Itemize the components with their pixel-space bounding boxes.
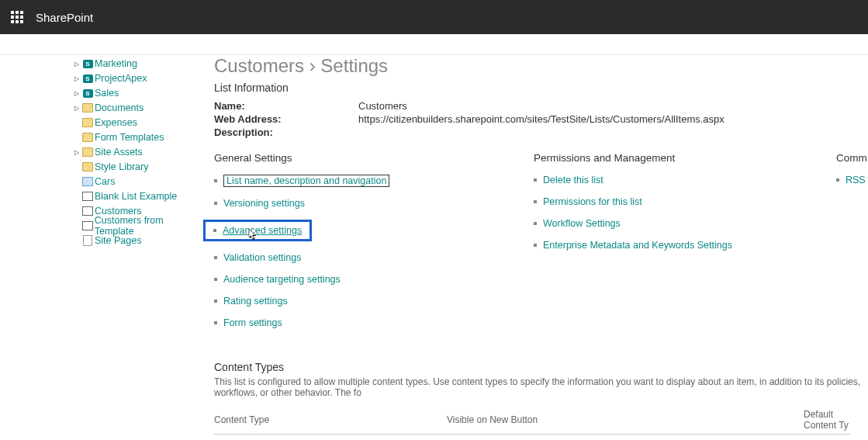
sidebar-item-expenses[interactable]: Expenses	[95, 117, 137, 128]
content-types-desc: This list is configured to allow multipl…	[214, 376, 868, 398]
name-label: Name:	[214, 100, 358, 112]
svg-rect-7	[16, 20, 19, 23]
suite-bar: SharePoint	[0, 0, 868, 34]
link-advanced-settings[interactable]: Advanced settings	[223, 225, 302, 236]
svg-rect-3	[11, 16, 14, 19]
sidebar-item-site-pages[interactable]: Site Pages	[95, 235, 141, 246]
ct-col-default: Default Content Ty	[804, 406, 850, 435]
check-icon: ✓	[447, 435, 804, 441]
sidebar-item-documents[interactable]: Documents	[95, 102, 144, 113]
sidebar-item-customers-template[interactable]: Customers from Template	[95, 215, 202, 237]
web-address-value: https://citizenbuilders.sharepoint.com/s…	[358, 113, 724, 125]
link-rss[interactable]: RSS	[846, 175, 866, 185]
sidebar-item-sales[interactable]: Sales	[95, 88, 119, 99]
web-address-label: Web Address:	[214, 113, 358, 125]
cursor-icon	[246, 229, 258, 243]
app-launcher-icon[interactable]	[0, 0, 34, 34]
content-types-heading: Content Types	[214, 361, 868, 373]
sidebar-item-marketing[interactable]: Marketing	[95, 58, 137, 69]
check-icon: ✓	[804, 435, 850, 441]
permissions-heading: Permissions and Management	[534, 152, 836, 164]
link-validation-settings[interactable]: Validation settings	[223, 252, 302, 263]
sidebar-item-blank-list[interactable]: Blank List Example	[95, 191, 177, 202]
link-rating-settings[interactable]: Rating settings	[223, 296, 288, 307]
sidebar-item-style-library[interactable]: Style Library	[95, 161, 148, 172]
link-versioning-settings[interactable]: Versioning settings	[223, 198, 305, 209]
page-title: Customers › Settings	[214, 55, 868, 77]
general-settings-heading: General Settings	[214, 152, 534, 164]
main-content: Customers › Settings List Information Na…	[202, 55, 868, 440]
sidebar-item-cars[interactable]: Cars	[95, 176, 115, 187]
sidebar-item-projectapex[interactable]: ProjectApex	[95, 73, 147, 84]
brand-label[interactable]: SharePoint	[36, 11, 93, 24]
sidebar-item-site-assets[interactable]: Site Assets	[95, 147, 143, 158]
content-types-table: Content Type Visible on New Button Defau…	[214, 406, 850, 440]
svg-rect-2	[20, 11, 23, 14]
svg-rect-0	[11, 11, 14, 14]
link-form-settings[interactable]: Form settings	[223, 317, 282, 328]
svg-rect-5	[20, 16, 23, 19]
link-list-name-desc-nav[interactable]: List name, description and navigation	[223, 175, 389, 187]
svg-rect-4	[16, 16, 19, 19]
link-audience-targeting[interactable]: Audience targeting settings	[223, 274, 341, 285]
ribbon-placeholder	[0, 34, 868, 55]
link-permissions-list[interactable]: Permissions for this list	[543, 196, 642, 207]
description-label: Description:	[214, 126, 358, 138]
link-delete-list[interactable]: Delete this list	[543, 175, 603, 185]
table-row: Item ✓ ✓	[214, 435, 850, 441]
link-enterprise-metadata[interactable]: Enterprise Metadata and Keywords Setting…	[543, 240, 732, 251]
link-workflow-settings[interactable]: Workflow Settings	[543, 218, 621, 229]
ct-col-type: Content Type	[214, 406, 447, 435]
ct-col-visible: Visible on New Button	[447, 406, 804, 435]
svg-rect-8	[20, 20, 23, 23]
svg-rect-6	[11, 20, 14, 23]
nav-tree: ▷SMarketing ▷SProjectApex ▷SSales ▷Docum…	[0, 55, 202, 440]
sidebar-item-form-templates[interactable]: Form Templates	[95, 132, 164, 143]
list-info-heading: List Information	[214, 81, 868, 94]
communications-heading: Comm	[836, 152, 868, 164]
svg-rect-1	[16, 11, 19, 14]
name-value: Customers	[358, 100, 407, 112]
